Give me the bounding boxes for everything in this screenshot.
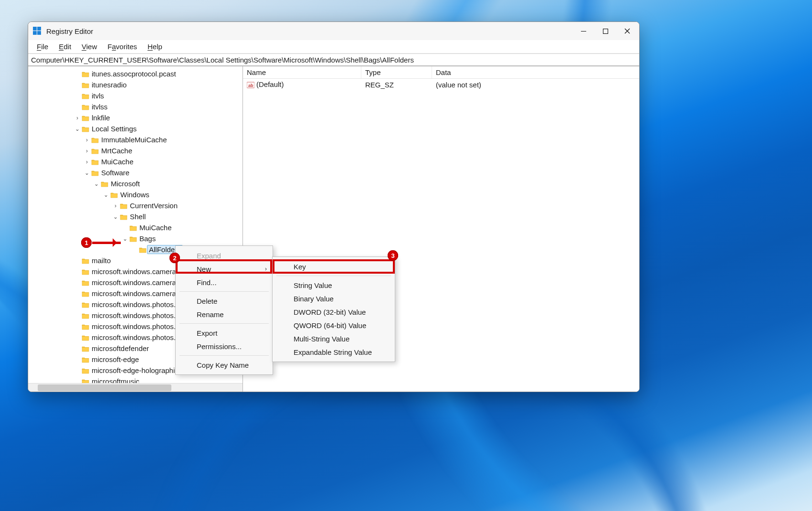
tree-item-label: microsoft.windows.photos.se [92,322,183,330]
expand-icon[interactable]: · [74,345,81,352]
tree-item[interactable]: ·MuiCache [28,222,243,233]
expand-icon[interactable]: · [122,224,128,231]
tree-item[interactable]: ·itvls [28,90,243,101]
tree-item-label: microsoft.windows.photos.ci [92,300,181,309]
tree-item-label: microsoft.windows.camera [92,267,176,276]
expand-icon[interactable]: · [74,104,81,110]
menu-view[interactable]: View [77,41,102,52]
menu-file[interactable]: File [32,41,53,52]
value-row[interactable]: (Default)REG_SZ(value not set) [243,79,639,90]
expand-icon[interactable]: · [74,82,81,88]
menu-item[interactable]: New› [176,262,273,276]
tree-item-label: lnkfile [92,114,110,122]
menu-item[interactable]: Key [273,260,395,273]
folder-icon [82,268,89,275]
menu-item[interactable]: Export [176,326,273,340]
expand-icon[interactable]: ⌄ [103,192,109,198]
close-button[interactable] [616,22,638,40]
expand-icon[interactable]: ⌄ [93,181,100,187]
tree-item[interactable]: ⌄Microsoft [28,178,243,189]
tree-item[interactable]: ›lnkfile [28,112,243,123]
menu-favorites[interactable]: Favorites [103,41,142,52]
tree-item-label: microsoftdefender [92,344,149,352]
menu-item[interactable]: Binary Value [273,292,395,305]
tree-item-label: CurrentVersion [130,202,178,210]
column-data[interactable]: Data [432,66,639,78]
tree-item[interactable]: ⌄Windows [28,189,243,200]
menu-edit[interactable]: Edit [54,41,76,52]
titlebar[interactable]: Registry Editor [28,22,639,40]
tree-item[interactable]: ⌄Software [28,167,243,178]
expand-icon[interactable]: · [74,323,81,330]
tree-item[interactable]: ·itunes.assocprotocol.pcast [28,68,243,79]
folder-icon [91,148,99,154]
menu-item[interactable]: String Value [273,278,395,292]
tree-item[interactable]: ⌄Local Settings [28,123,243,134]
folder-icon [91,137,99,143]
expand-icon[interactable]: · [74,257,81,264]
expand-icon[interactable]: · [131,246,138,253]
column-type[interactable]: Type [361,66,432,78]
expand-icon[interactable]: · [74,356,81,363]
menu-item-label: Permissions... [197,342,242,351]
minimize-button[interactable] [572,22,594,40]
value-list[interactable]: (Default)REG_SZ(value not set) [243,79,639,90]
list-header[interactable]: Name Type Data [243,66,639,79]
tree-item[interactable]: ⌄Shell [28,211,243,222]
tree-horizontal-scrollbar[interactable] [28,383,243,392]
menu-item[interactable]: Multi-String Value [273,332,395,345]
tree-item[interactable]: ›CurrentVersion [28,200,243,211]
address-bar[interactable]: Computer\HKEY_CURRENT_USER\Software\Clas… [28,53,639,66]
menu-item[interactable]: QWORD (64-bit) Value [273,319,395,332]
context-menu-new[interactable]: KeyString ValueBinary ValueDWORD (32-bit… [272,256,395,362]
expand-icon[interactable]: · [74,334,81,341]
context-menu[interactable]: ExpandNew›Find...DeleteRenameExportPermi… [175,245,273,375]
expand-icon[interactable]: › [84,148,90,154]
tree-item[interactable]: ·itunesradio [28,79,243,90]
expand-icon[interactable]: · [74,301,81,308]
tree-item-label: Local Settings [92,125,137,133]
scrollbar-thumb[interactable] [38,384,171,391]
expand-icon[interactable]: · [74,312,81,319]
menu-item[interactable]: Expandable String Value [273,345,395,359]
menu-item[interactable]: Delete [176,294,273,308]
tree-item-label: ImmutableMuiCache [101,136,167,144]
menu-item[interactable]: Find... [176,276,273,289]
tree-item-label: Software [101,169,129,177]
maximize-button[interactable] [594,22,616,40]
tree-item[interactable]: ›ImmutableMuiCache [28,134,243,145]
expand-icon[interactable]: · [74,367,81,374]
tree-item[interactable]: ›MuiCache [28,156,243,167]
tree-item-label: itunes.assocprotocol.pcast [92,70,176,78]
expand-icon[interactable]: · [74,290,81,297]
menu-item-label: Expand [197,252,221,260]
folder-icon [101,181,108,187]
menu-item[interactable]: Rename [176,308,273,321]
expand-icon[interactable]: · [74,71,81,77]
expand-icon[interactable]: ⌄ [122,235,128,242]
menu-item[interactable]: Copy Key Name [176,358,273,372]
menu-help[interactable]: Help [143,41,167,52]
expand-icon[interactable]: · [74,279,81,286]
expand-icon[interactable]: ⌄ [84,170,90,176]
expand-icon[interactable]: › [74,115,81,121]
expand-icon[interactable]: › [84,137,90,143]
tree-item[interactable]: ·microsoftmusic [28,376,243,383]
expand-icon[interactable]: · [74,378,81,383]
expand-icon[interactable]: › [84,159,90,165]
expand-icon[interactable]: · [74,268,81,275]
column-name[interactable]: Name [243,66,361,78]
folder-icon [91,159,99,165]
expand-icon[interactable]: ⌄ [74,126,81,132]
expand-icon[interactable]: › [112,202,119,209]
expand-icon[interactable]: ⌄ [112,213,119,220]
tree-item[interactable]: ⌄Bags [28,233,243,244]
tree-item[interactable]: ·itvlss [28,101,243,112]
menu-item[interactable]: DWORD (32-bit) Value [273,305,395,319]
menu-item-label: Expandable String Value [294,348,372,356]
tree-item[interactable]: ›MrtCache [28,145,243,156]
annotation-badge-2: 2 [169,253,180,263]
expand-icon[interactable]: · [74,93,81,99]
menubar: File Edit View Favorites Help [28,40,639,53]
menu-item[interactable]: Permissions... [176,340,273,353]
